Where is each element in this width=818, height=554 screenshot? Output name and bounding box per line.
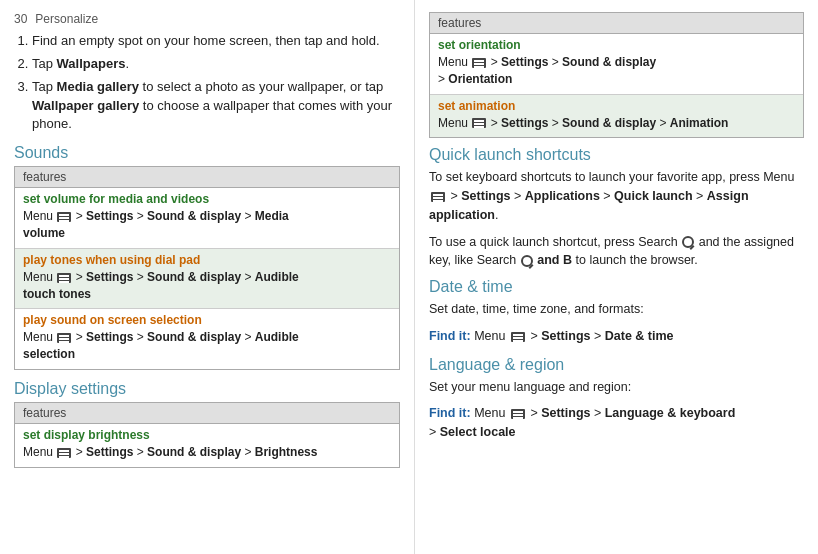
sounds-row-1-body: Menu > Settings > Sound & display > Medi… — [23, 208, 391, 242]
menu-icon-8 — [511, 332, 525, 342]
sounds-table-header: features — [15, 167, 399, 188]
sounds-row-1-title: set volume for media and videos — [23, 192, 391, 206]
quick-launch-path1: > Settings > Applications > Quick launch… — [429, 189, 749, 222]
right-row-2-path: > Settings > Sound & display > Animation — [487, 116, 728, 130]
menu-icon-3 — [57, 333, 71, 343]
menu-icon-9 — [511, 409, 525, 419]
sounds-table: features set volume for media and videos… — [14, 166, 400, 370]
right-row-2-body: Menu > Settings > Sound & display > Anim… — [438, 115, 795, 132]
sounds-row-2-body: Menu > Settings > Sound & display > Audi… — [23, 269, 391, 303]
step-3-prefix: Tap — [32, 79, 57, 94]
left-column: 30 Personalize Find an empty spot on you… — [0, 0, 415, 554]
display-row-1-menu-prefix: Menu — [23, 445, 56, 459]
display-table: features set display brightness Menu > S… — [14, 402, 400, 468]
menu-icon-5 — [472, 58, 486, 68]
sounds-row-2-title: play tones when using dial pad — [23, 253, 391, 267]
language-find-it-path: Menu — [474, 406, 505, 420]
display-row-1-body: Menu > Settings > Sound & display > Brig… — [23, 444, 391, 461]
language-section: Language & region Set your menu language… — [429, 356, 804, 442]
display-row-1-path: > Settings > Sound & display > Brightnes… — [72, 445, 317, 459]
sounds-title: Sounds — [14, 144, 400, 162]
step-3-bold2: Wallpaper gallery — [32, 98, 139, 113]
quick-launch-para1: To set keyboard shortcuts to launch your… — [429, 168, 804, 224]
right-top-table: features set orientation Menu > Settings… — [429, 12, 804, 138]
step-3-bold1: Media gallery — [57, 79, 139, 94]
right-table-header: features — [430, 13, 803, 34]
sounds-row-3: play sound on screen selection Menu > Se… — [15, 309, 399, 369]
step-1-text: Find an empty spot on your home screen, … — [32, 33, 380, 48]
sounds-row-1: set volume for media and videos Menu > S… — [15, 188, 399, 249]
step-2: Tap Wallpapers. — [32, 55, 400, 74]
date-time-title: Date & time — [429, 278, 804, 296]
quick-launch-para2-bold: and B — [537, 253, 572, 267]
menu-icon-1 — [57, 212, 71, 222]
menu-icon-2 — [57, 273, 71, 283]
step-3: Tap Media gallery to select a photo as y… — [32, 78, 400, 135]
menu-icon-6 — [472, 118, 486, 128]
step-1: Find an empty spot on your home screen, … — [32, 32, 400, 51]
menu-icon-7 — [431, 192, 445, 202]
display-table-header: features — [15, 403, 399, 424]
language-title: Language & region — [429, 356, 804, 374]
right-row-2: set animation Menu > Settings > Sound & … — [430, 95, 803, 138]
page-number: 30 Personalize — [14, 12, 400, 26]
date-time-body: Set date, time, time zone, and formats: — [429, 300, 804, 319]
date-time-find-it: Find it: Menu > Settings > Date & time — [429, 327, 804, 346]
right-row-2-title: set animation — [438, 99, 795, 113]
right-column: features set orientation Menu > Settings… — [415, 0, 818, 554]
right-row-2-menu-prefix: Menu — [438, 116, 471, 130]
quick-launch-para2: To use a quick launch shortcut, press Se… — [429, 233, 804, 271]
sounds-row-2-menu-prefix: Menu — [23, 270, 56, 284]
date-time-find-it-label: Find it: — [429, 329, 471, 343]
step-2-prefix: Tap — [32, 56, 57, 71]
date-time-section: Date & time Set date, time, time zone, a… — [429, 278, 804, 346]
language-find-it: Find it: Menu > Settings > Language & ke… — [429, 404, 804, 442]
menu-icon-4 — [57, 448, 71, 458]
quick-launch-section: Quick launch shortcuts To set keyboard s… — [429, 146, 804, 270]
search-icon-1 — [682, 236, 694, 248]
right-row-1-body: Menu > Settings > Sound & display> Orien… — [438, 54, 795, 88]
quick-launch-title: Quick launch shortcuts — [429, 146, 804, 164]
language-find-it-label: Find it: — [429, 406, 471, 420]
date-time-find-it-path: Menu — [474, 329, 505, 343]
sounds-row-3-menu-prefix: Menu — [23, 330, 56, 344]
quick-launch-para2-end: to launch the browser. — [576, 253, 698, 267]
date-time-find-it-path2: > Settings > Date & time — [530, 329, 673, 343]
display-section: Display settings features set display br… — [14, 380, 400, 468]
sounds-row-3-title: play sound on screen selection — [23, 313, 391, 327]
sounds-row-2: play tones when using dial pad Menu > Se… — [15, 249, 399, 310]
right-row-1: set orientation Menu > Settings > Sound … — [430, 34, 803, 95]
sounds-row-3-body: Menu > Settings > Sound & display > Audi… — [23, 329, 391, 363]
right-row-1-title: set orientation — [438, 38, 795, 52]
sounds-section: Sounds features set volume for media and… — [14, 144, 400, 370]
display-row-1: set display brightness Menu > Settings >… — [15, 424, 399, 467]
display-row-1-title: set display brightness — [23, 428, 391, 442]
search-icon-2 — [521, 255, 533, 267]
steps-list: Find an empty spot on your home screen, … — [14, 32, 400, 134]
sounds-row-1-menu-prefix: Menu — [23, 209, 56, 223]
step-2-suffix: . — [125, 56, 129, 71]
step-2-bold: Wallpapers — [57, 56, 126, 71]
display-title: Display settings — [14, 380, 400, 398]
right-row-1-menu-prefix: Menu — [438, 55, 471, 69]
language-body: Set your menu language and region: — [429, 378, 804, 397]
quick-launch-para2-prefix: To use a quick launch shortcut, press Se… — [429, 235, 678, 249]
step-3-mid: to select a photo as your wallpaper, or … — [139, 79, 383, 94]
